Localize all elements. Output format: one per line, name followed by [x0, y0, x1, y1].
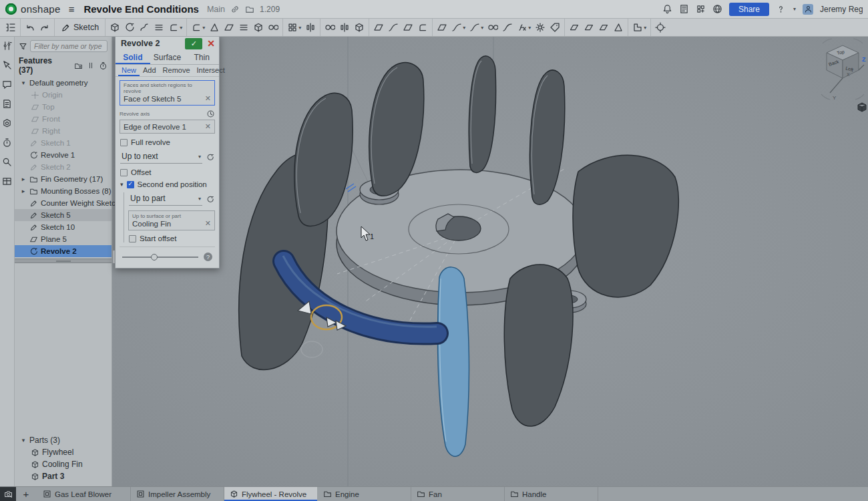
share-button[interactable]: Share [729, 3, 769, 16]
chevron-down-icon[interactable]: ▾ [20, 79, 27, 86]
full-revolve-checkbox[interactable] [120, 139, 128, 146]
new-folder-icon[interactable] [74, 61, 83, 70]
tab-handle[interactable]: Handle [505, 487, 598, 501]
dialog-mode-new[interactable]: New [118, 65, 140, 76]
feature-item-sketch-2[interactable]: Sketch 2 [15, 161, 112, 173]
user-avatar[interactable] [803, 4, 813, 15]
configurations-icon[interactable] [2, 41, 12, 53]
feature-list-toggle-icon[interactable] [3, 21, 18, 34]
document-panel-icon[interactable] [679, 4, 689, 14]
comments-icon[interactable] [2, 79, 12, 92]
tab-impeller-assembly[interactable]: Impeller Assembly [131, 487, 224, 501]
link-icon[interactable] [230, 5, 240, 14]
shell-icon[interactable] [251, 21, 266, 34]
chevron-down-icon[interactable]: ▾ [481, 25, 483, 31]
feature-item-mounting-bosses-8[interactable]: ▸Mounting Bosses (8) [15, 185, 112, 197]
chevron-down-icon[interactable]: ▾ [120, 181, 124, 188]
sweep-icon[interactable] [137, 21, 152, 34]
add-tab-button[interactable]: + [16, 487, 36, 501]
help-icon[interactable] [776, 4, 786, 14]
boolean-icon[interactable] [322, 21, 337, 34]
opposite-direction-icon[interactable] [206, 153, 214, 162]
app-store-icon[interactable] [696, 4, 706, 14]
feature-item-counter-weight-sketch[interactable]: Counter Weight Sketch [15, 197, 112, 209]
chevron-right-icon[interactable]: ▸ [20, 188, 27, 194]
version-folder-icon[interactable] [245, 5, 254, 14]
tab-flywheel-revolve[interactable]: Flywheel - Revolve [224, 487, 318, 501]
help-caret-icon[interactable]: ▾ [793, 6, 796, 12]
modify-fillet-icon[interactable] [415, 21, 430, 34]
clear-axis-icon[interactable]: ✕ [205, 122, 211, 131]
filter-icon[interactable] [19, 42, 27, 51]
dialog-tab-solid[interactable]: Solid [116, 51, 150, 64]
parts-header-row[interactable]: ▾ Parts (3) [15, 434, 112, 446]
split-icon[interactable] [337, 21, 352, 34]
feature-item-default-geometry[interactable]: ▾Default geometry [15, 77, 112, 89]
feature-item-front[interactable]: Front [15, 113, 112, 125]
clear-faces-icon[interactable]: ✕ [205, 94, 211, 103]
custom-tables-icon[interactable] [2, 176, 12, 188]
isolate-icon[interactable] [653, 21, 668, 34]
tab-gas-leaf-blower[interactable]: Gas Leaf Blower [37, 487, 131, 501]
offset-surface-icon[interactable] [386, 21, 401, 34]
revolve-icon[interactable] [122, 21, 137, 34]
chevron-down-icon[interactable]: ▾ [180, 25, 182, 31]
suppress-pause-icon[interactable] [87, 61, 95, 69]
variable-icon[interactable]: ▾ [515, 21, 533, 34]
dialog-tab-thin[interactable]: Thin [184, 51, 219, 64]
full-revolve-checkbox-row[interactable]: Full revolve [120, 138, 214, 146]
fillet-icon[interactable]: ▾ [189, 21, 207, 34]
chevron-down-icon[interactable]: ▾ [644, 25, 646, 31]
linear-pattern-icon[interactable]: ▾ [285, 21, 303, 34]
sheet-metal-tab-icon[interactable] [596, 21, 611, 34]
corner-break-icon[interactable] [611, 21, 626, 34]
part-item-part-3[interactable]: Part 3 [15, 470, 112, 482]
theme-globe-icon[interactable] [712, 4, 722, 14]
chevron-down-icon[interactable]: ▾ [202, 25, 205, 31]
sheet-metal-model-icon[interactable] [567, 21, 582, 34]
workspace-name[interactable]: Main [207, 5, 225, 14]
dialog-mode-remove[interactable]: Remove [160, 65, 194, 76]
projected-curve-icon[interactable] [485, 21, 500, 34]
belt-icon[interactable] [533, 21, 548, 34]
feature-item-right[interactable]: Right [15, 125, 112, 137]
notes-icon[interactable] [2, 99, 12, 111]
onshape-logo[interactable]: onshape [5, 3, 61, 15]
thicken-icon[interactable]: ▾ [166, 21, 184, 34]
dialog-accept-button[interactable]: ✓ [185, 38, 202, 49]
slider-handle[interactable] [151, 254, 158, 261]
chamfer-icon[interactable] [207, 21, 222, 34]
frame-icon[interactable]: ▾ [630, 21, 648, 34]
second-end-condition-dropdown[interactable]: Up to part ▾ [129, 192, 202, 206]
feature-item-revolve-1[interactable]: Revolve 1 [15, 149, 112, 161]
curve-icon[interactable]: ▾ [467, 21, 485, 34]
offset-checkbox-row[interactable]: Offset [120, 168, 214, 176]
hole-icon[interactable] [266, 21, 280, 34]
bridging-curve-icon[interactable] [500, 21, 515, 34]
loft-icon[interactable] [152, 21, 166, 34]
opposite-direction-icon[interactable] [206, 195, 214, 204]
second-end-row[interactable]: ▾ Second end position [120, 180, 214, 188]
notifications-bell-icon[interactable] [662, 4, 672, 14]
dialog-cancel-button[interactable]: ✕ [206, 38, 216, 49]
feature-item-sketch-1[interactable]: Sketch 1 [15, 137, 112, 149]
offset-checkbox[interactable] [120, 169, 128, 176]
performance-analysis-icon[interactable] [2, 138, 12, 150]
follow-mode-icon[interactable] [2, 60, 12, 72]
redo-icon[interactable] [37, 21, 52, 34]
view-cube[interactable]: Top Back Left Y Z X [821, 39, 866, 101]
end-condition-dropdown[interactable]: Up to next ▾ [120, 150, 202, 164]
transform-icon[interactable] [352, 21, 367, 34]
dialog-tab-surface[interactable]: Surface [150, 51, 185, 64]
part-item-cooling-fin[interactable]: Cooling Fin [15, 458, 112, 470]
tab-fan[interactable]: Fan [411, 487, 505, 501]
start-offset-checkbox[interactable] [129, 235, 136, 242]
tab-engine[interactable]: Engine [318, 487, 411, 501]
feature-item-fin-geometry-17[interactable]: ▸Fin Geometry (17) [15, 173, 112, 185]
mirror-icon[interactable] [303, 21, 318, 34]
feature-item-top[interactable]: Top [15, 101, 112, 113]
tab-preview-icon[interactable] [0, 487, 16, 501]
feature-item-revolve-2[interactable]: Revolve 2 [15, 245, 112, 257]
draft-icon[interactable] [222, 21, 236, 34]
custom-features-icon[interactable] [2, 118, 12, 130]
